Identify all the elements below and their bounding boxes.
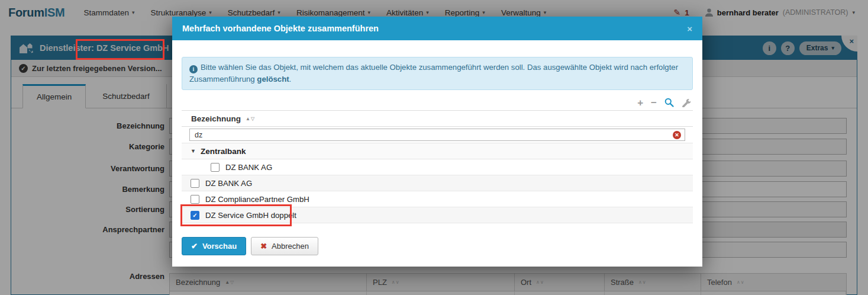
list-search-row: ✕ bbox=[182, 127, 693, 143]
check-icon: ✔ bbox=[191, 242, 198, 251]
search-input[interactable] bbox=[189, 129, 685, 141]
dialog-body: iBitte wählen Sie das Objekt, mit welche… bbox=[172, 40, 702, 267]
dialog-footer: ✔ Vorschau ✖ Abbrechen bbox=[182, 237, 318, 255]
dialog-title: Mehrfach vorhandene Objekte zusammenführ… bbox=[182, 24, 379, 33]
dialog-close-button[interactable]: × bbox=[687, 24, 692, 34]
list-item-selected[interactable]: ✓ DZ Service GmbH doppelt bbox=[182, 207, 693, 223]
sort-icon: ▲▽ bbox=[246, 116, 255, 121]
search-icon[interactable] bbox=[664, 98, 674, 107]
vorschau-button[interactable]: ✔ Vorschau bbox=[182, 237, 246, 255]
checkbox-unchecked[interactable] bbox=[191, 179, 199, 188]
info-icon: i bbox=[189, 65, 198, 73]
info-alert: iBitte wählen Sie das Objekt, mit welche… bbox=[182, 57, 693, 90]
x-icon: ✖ bbox=[260, 242, 267, 251]
checkbox-checked[interactable]: ✓ bbox=[191, 211, 199, 220]
merge-candidates-list: Bezeichnung ▲▽ ✕ ▼ Zentralbank DZ BANK A… bbox=[182, 110, 693, 223]
collapse-triangle-icon: ▼ bbox=[191, 148, 196, 154]
checkbox-unchecked[interactable] bbox=[191, 195, 199, 204]
list-toolbar: + − bbox=[182, 95, 693, 110]
wrench-icon[interactable] bbox=[682, 98, 690, 107]
list-item[interactable]: DZ BANK AG bbox=[182, 159, 693, 175]
list-item[interactable]: DZ BANK AG bbox=[182, 175, 693, 191]
clear-search-icon[interactable]: ✕ bbox=[673, 131, 681, 139]
remove-icon[interactable]: − bbox=[651, 98, 657, 108]
list-item[interactable]: DZ CompliancePartner GmbH bbox=[182, 191, 693, 207]
checkbox-unchecked[interactable] bbox=[211, 163, 220, 172]
dialog-header: Mehrfach vorhandene Objekte zusammenführ… bbox=[172, 17, 702, 40]
list-column-bezeichnung[interactable]: Bezeichnung ▲▽ bbox=[182, 111, 693, 127]
group-row-zentralbank[interactable]: ▼ Zentralbank bbox=[182, 143, 693, 159]
merge-objects-dialog: Mehrfach vorhandene Objekte zusammenführ… bbox=[172, 17, 702, 267]
abbrechen-button[interactable]: ✖ Abbrechen bbox=[251, 237, 318, 255]
add-icon[interactable]: + bbox=[637, 98, 643, 108]
